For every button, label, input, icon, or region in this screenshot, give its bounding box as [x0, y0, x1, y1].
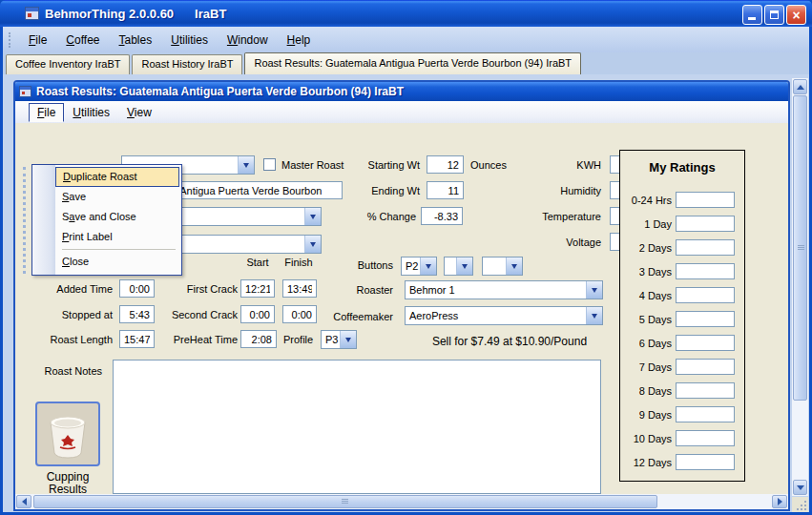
rating-field-12-days[interactable]	[676, 454, 735, 470]
menu-help[interactable]: Help	[278, 31, 321, 50]
close-icon: ×	[792, 9, 800, 22]
profile-combobox[interactable]: P3	[321, 330, 357, 349]
rating-label-3-days: 3 Days	[624, 266, 672, 278]
chevron-down-icon[interactable]	[304, 208, 321, 225]
added-time-label: Added Time	[15, 283, 113, 295]
menu-utilities[interactable]: Utilities	[161, 31, 218, 50]
rating-field-2-days[interactable]	[676, 239, 735, 256]
scroll-left-button[interactable]	[16, 495, 31, 508]
menu-tables[interactable]: Tables	[110, 31, 162, 50]
coffeemaker-combobox[interactable]: AeroPress	[405, 306, 603, 325]
humidity-label: Humidity	[535, 185, 601, 196]
child-menu-file[interactable]: File	[29, 103, 64, 122]
horizontal-scroll-thumb[interactable]	[33, 495, 657, 508]
stopped-at-field[interactable]	[119, 305, 155, 323]
roast-length-field[interactable]	[119, 330, 155, 348]
starting-wt-field[interactable]	[427, 155, 464, 174]
resize-grip[interactable]	[792, 497, 808, 512]
horizontal-scrollbar[interactable]	[15, 494, 788, 509]
menu-item-print-label[interactable]: Print Label	[55, 227, 181, 247]
added-time-field[interactable]	[119, 279, 155, 298]
button2-combobox[interactable]	[444, 257, 473, 276]
cupping-results-button[interactable]	[35, 402, 100, 466]
menu-item-close[interactable]: Close	[55, 252, 181, 272]
rating-field-4-days[interactable]	[676, 287, 735, 303]
child-window-icon	[19, 86, 31, 97]
menu-item-save[interactable]: Save	[55, 187, 181, 207]
document-tabstrip: Coffee Inventory IraBTRoast History IraB…	[3, 52, 809, 74]
my-ratings-title: My Ratings	[620, 160, 744, 175]
rating-field-5-days[interactable]	[676, 311, 735, 327]
maximize-button[interactable]	[764, 5, 784, 25]
rating-label-12-days: 12 Days	[624, 457, 672, 468]
main-window-user: IraBT	[195, 7, 226, 21]
chevron-down-icon[interactable]	[420, 258, 436, 275]
main-titlebar: BehmorThing 2.0.0.60 IraBT ×	[0, 0, 812, 27]
second-crack-start-field[interactable]	[240, 305, 275, 323]
menu-file[interactable]: File	[19, 31, 56, 50]
button1-combobox[interactable]: P2	[401, 257, 437, 276]
tab-roast-results-guatemala-antigu[interactable]: Roast Results: Guatemala Antigua Puerta …	[244, 52, 581, 74]
preheat-time-field[interactable]	[240, 330, 277, 348]
chevron-down-icon[interactable]	[304, 236, 321, 253]
button3-combobox[interactable]	[482, 257, 523, 276]
rating-field-10-days[interactable]	[676, 430, 735, 446]
kwh-label: KWH	[535, 159, 601, 171]
minimize-button[interactable]	[742, 5, 762, 25]
chevron-down-icon[interactable]	[506, 258, 522, 275]
roaster-label: Roaster	[321, 284, 393, 296]
main-window-title: BehmorThing 2.0.0.60	[45, 7, 174, 21]
second-crack-label: Second Crack	[163, 309, 238, 320]
roast-notes-field[interactable]	[113, 360, 601, 494]
first-crack-label: First Crack	[168, 283, 238, 295]
stopped-at-label: Stopped at	[15, 309, 113, 320]
buttons-label: Buttons	[340, 259, 393, 271]
close-button[interactable]: ×	[786, 5, 806, 25]
rating-field-3-days[interactable]	[676, 263, 735, 279]
roast-length-label: Roast Length	[15, 334, 113, 345]
cupping-cup-image	[39, 405, 96, 463]
menu-item-duplicate-roast[interactable]: Duplicate Roast	[55, 167, 179, 187]
rating-field-9-days[interactable]	[676, 406, 735, 422]
rating-field-6-days[interactable]	[676, 335, 735, 351]
ending-wt-label: Ending Wt	[321, 185, 420, 196]
chevron-down-icon[interactable]	[456, 258, 472, 275]
minimize-icon	[748, 17, 756, 20]
chevron-down-icon[interactable]	[340, 331, 356, 348]
rating-label-4-days: 4 Days	[624, 290, 672, 301]
menu-item-save-and-close[interactable]: Save and Close	[55, 207, 181, 227]
child-menu-view[interactable]: View	[118, 103, 160, 122]
my-ratings-panel: My Ratings 0-24 Hrs1 Day2 Days3 Days4 Da…	[619, 150, 745, 482]
rating-label-2-days: 2 Days	[624, 242, 672, 254]
child-menu-utilities[interactable]: Utilities	[64, 103, 118, 122]
rating-label-6-days: 6 Days	[624, 338, 672, 349]
tab-coffee-inventory-irabt[interactable]: Coffee Inventory IraBT	[6, 54, 130, 74]
vertical-scroll-thumb[interactable]	[793, 95, 807, 401]
menu-coffee[interactable]: Coffee	[56, 31, 109, 50]
rating-field-7-days[interactable]	[676, 359, 735, 375]
scroll-down-button[interactable]	[793, 480, 807, 495]
rating-label-1-day: 1 Day	[624, 218, 672, 230]
master-roast-checkbox[interactable]	[263, 158, 276, 171]
toolstrip-grip[interactable]	[9, 32, 11, 48]
chevron-down-icon[interactable]	[586, 281, 602, 299]
tab-roast-history-irabt[interactable]: Roast History IraBT	[132, 54, 242, 74]
rating-field-1-day[interactable]	[676, 216, 735, 232]
first-crack-start-field[interactable]	[240, 279, 275, 298]
vertical-scrollbar[interactable]	[792, 78, 808, 496]
chevron-down-icon[interactable]	[238, 156, 254, 174]
scroll-up-button[interactable]	[793, 79, 807, 94]
rating-label-10-days: 10 Days	[624, 433, 672, 444]
rating-label-8-days: 8 Days	[624, 385, 672, 397]
ending-wt-field[interactable]	[427, 181, 464, 199]
menu-window[interactable]: Window	[218, 31, 278, 50]
mdi-area: Roast Results: Guatemala Antigua Puerta …	[3, 74, 809, 512]
rating-field-0-24-hrs[interactable]	[676, 192, 735, 208]
maximize-icon	[770, 10, 779, 19]
roaster-combobox[interactable]: Behmor 1	[405, 280, 603, 299]
first-crack-finish-field[interactable]	[282, 279, 317, 298]
pct-change-field[interactable]	[421, 207, 463, 225]
scroll-right-button[interactable]	[772, 495, 787, 508]
rating-field-8-days[interactable]	[676, 382, 735, 399]
chevron-down-icon[interactable]	[586, 307, 602, 324]
